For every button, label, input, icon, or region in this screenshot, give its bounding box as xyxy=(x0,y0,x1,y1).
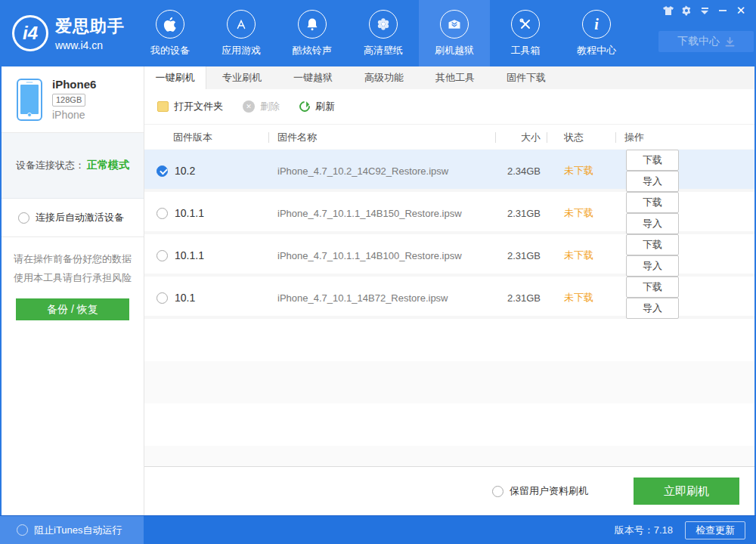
block-itunes-radio[interactable] xyxy=(17,524,28,536)
device-model: iPhone xyxy=(52,109,96,121)
device-name: iPhone6 xyxy=(52,78,96,91)
firmware-size: 2.31GB xyxy=(495,292,547,304)
row-radio[interactable] xyxy=(156,292,168,304)
tools-icon xyxy=(511,10,540,39)
info-icon: i xyxy=(582,10,611,39)
tab-one-key-flash[interactable]: 一键刷机 xyxy=(144,66,206,89)
refresh-button[interactable]: 刷新 xyxy=(299,100,335,113)
firmware-size: 2.34GB xyxy=(495,165,547,177)
nav-ringtones[interactable]: 酷炫铃声 xyxy=(277,0,348,66)
flower-icon xyxy=(369,10,398,39)
check-update-button[interactable]: 检查更新 xyxy=(685,521,745,539)
auto-activate-radio[interactable] xyxy=(18,212,29,224)
window-controls: ✕ xyxy=(659,3,750,18)
brand-url: www.i4.cn xyxy=(55,39,125,51)
settings-gear-icon[interactable] xyxy=(677,3,696,18)
table-row[interactable]: 10.2 iPhone_4.7_10.2_14C92_Restore.ipsw … xyxy=(144,150,754,192)
download-button[interactable]: 下载 xyxy=(626,234,679,255)
warning-line-1: 请在操作前备份好您的数据 xyxy=(2,249,144,268)
tab-other-tools[interactable]: 其他工具 xyxy=(420,66,491,89)
auto-activate-label: 连接后自动激活设备 xyxy=(36,211,124,224)
iphone-icon xyxy=(17,79,42,121)
flash-action-bar: 保留用户资料刷机 立即刷机 xyxy=(144,467,754,515)
import-button[interactable]: 导入 xyxy=(626,213,679,234)
table-row[interactable]: 10.1.1 iPhone_4.7_10.1.1_14B100_Restore.… xyxy=(144,234,754,277)
download-button[interactable]: 下载 xyxy=(626,192,679,213)
minimize-icon[interactable] xyxy=(714,3,732,18)
tab-bar: 一键刷机 专业刷机 一键越狱 高级功能 其他工具 固件下载 xyxy=(144,66,754,89)
nav-tutorials[interactable]: i 教程中心 xyxy=(561,0,632,66)
table-header: 固件版本 固件名称 大小 状态 操作 xyxy=(144,125,754,150)
status-badge: 未下载 xyxy=(547,206,615,220)
nav-label: 教程中心 xyxy=(577,44,616,57)
header: i4 爱思助手 www.i4.cn 我的设备 应用游戏 xyxy=(0,0,756,66)
nav-label: 高清壁纸 xyxy=(364,44,403,57)
import-button[interactable]: 导入 xyxy=(626,298,679,319)
tab-one-key-jailbreak[interactable]: 一键越狱 xyxy=(277,66,349,89)
tab-advanced[interactable]: 高级功能 xyxy=(349,66,420,89)
nav-toolbox[interactable]: 工具箱 xyxy=(490,0,561,66)
flash-now-button[interactable]: 立即刷机 xyxy=(634,478,739,505)
nav-wallpapers[interactable]: 高清壁纸 xyxy=(348,0,419,66)
row-radio[interactable] xyxy=(156,208,168,219)
block-itunes-option[interactable]: 阻止iTunes自动运行 xyxy=(0,516,144,544)
import-button[interactable]: 导入 xyxy=(626,255,679,277)
main-nav: 我的设备 应用游戏 酷炫铃声 高清壁纸 xyxy=(135,0,632,66)
firmware-version: 10.1 xyxy=(175,292,195,304)
table-row[interactable]: 10.1 iPhone_4.7_10.1_14B72_Restore.ipsw … xyxy=(144,277,754,319)
refresh-icon xyxy=(297,99,312,114)
toolbar: 打开文件夹 ✕ 删除 刷新 xyxy=(144,89,754,125)
auto-activate-option[interactable]: 连接后自动激活设备 xyxy=(2,199,144,237)
import-button[interactable]: 导入 xyxy=(626,171,679,192)
row-radio-selected[interactable] xyxy=(156,165,168,177)
firmware-version: 10.1.1 xyxy=(175,207,204,219)
brand-name: 爱思助手 xyxy=(55,15,125,38)
block-itunes-label: 阻止iTunes自动运行 xyxy=(34,524,122,537)
status-badge: 未下载 xyxy=(547,249,615,262)
nav-apps-games[interactable]: 应用游戏 xyxy=(206,0,277,66)
download-center-button[interactable]: 下载中心 xyxy=(658,31,754,52)
tab-firmware-download[interactable]: 固件下载 xyxy=(491,66,562,89)
download-button[interactable]: 下载 xyxy=(626,150,679,171)
connection-status: 设备连接状态： 正常模式 xyxy=(2,133,144,199)
keep-user-data-label: 保留用户资料刷机 xyxy=(510,484,588,498)
refresh-label: 刷新 xyxy=(315,100,335,113)
download-button[interactable]: 下载 xyxy=(626,277,679,298)
nav-label: 工具箱 xyxy=(511,44,541,57)
folder-icon xyxy=(157,101,169,112)
row-radio[interactable] xyxy=(156,250,168,261)
empty-list-area xyxy=(144,319,754,467)
keep-user-data-option[interactable]: 保留用户资料刷机 xyxy=(492,484,588,498)
nav-label: 我的设备 xyxy=(150,44,190,57)
firmware-size: 2.31GB xyxy=(495,250,547,261)
logo-icon: i4 xyxy=(12,15,48,51)
table-row[interactable]: 10.1.1 iPhone_4.7_10.1.1_14B150_Restore.… xyxy=(144,192,754,234)
delete-button[interactable]: ✕ 删除 xyxy=(243,100,280,113)
appstore-icon xyxy=(227,10,256,39)
keep-user-data-radio[interactable] xyxy=(492,486,503,497)
brand: i4 爱思助手 www.i4.cn xyxy=(0,0,135,66)
col-size: 大小 xyxy=(495,125,547,150)
firmware-version: 10.2 xyxy=(175,165,195,177)
status-badge: 未下载 xyxy=(547,164,615,178)
connection-status-label: 设备连接状态： xyxy=(16,159,85,172)
flash-box-icon xyxy=(440,10,469,39)
firmware-size: 2.31GB xyxy=(495,208,547,219)
col-firmware-name: 固件名称 xyxy=(268,125,495,150)
col-firmware-version: 固件版本 xyxy=(144,125,268,150)
nav-flash-jailbreak[interactable]: 刷机越狱 xyxy=(419,0,490,66)
backup-restore-button[interactable]: 备份 / 恢复 xyxy=(16,298,129,320)
nav-label: 应用游戏 xyxy=(222,44,261,57)
app-window: i4 爱思助手 www.i4.cn 我的设备 应用游戏 xyxy=(0,0,756,544)
warning-line-2: 使用本工具请自行承担风险 xyxy=(2,268,144,287)
open-folder-button[interactable]: 打开文件夹 xyxy=(157,100,223,113)
content: iPhone6 128GB iPhone 设备连接状态： 正常模式 连接后自动激… xyxy=(0,66,756,515)
close-icon[interactable]: ✕ xyxy=(732,3,750,18)
footer: 阻止iTunes自动运行 版本号：7.18 检查更新 xyxy=(0,515,756,544)
main-menu-icon[interactable] xyxy=(696,3,714,18)
firmware-name: iPhone_4.7_10.2_14C92_Restore.ipsw xyxy=(268,165,495,177)
tab-pro-flash[interactable]: 专业刷机 xyxy=(206,66,277,89)
skin-icon[interactable] xyxy=(659,3,677,18)
download-center-label: 下载中心 xyxy=(677,35,720,48)
nav-my-devices[interactable]: 我的设备 xyxy=(135,0,206,66)
